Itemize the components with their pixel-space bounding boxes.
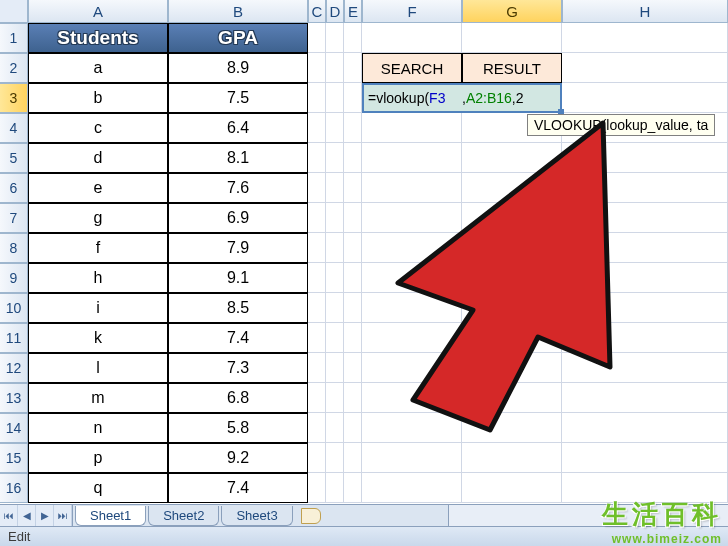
cell-E7[interactable]: [344, 203, 362, 233]
cell-A8[interactable]: f: [28, 233, 168, 263]
cell-D8[interactable]: [326, 233, 344, 263]
row-header-7[interactable]: 7: [0, 203, 28, 233]
horizontal-scrollbar[interactable]: [448, 504, 728, 526]
sheet-tab-3[interactable]: Sheet3: [221, 506, 292, 526]
column-header-G[interactable]: G: [462, 0, 562, 23]
sheet-tab-1[interactable]: Sheet1: [75, 506, 146, 526]
cell-E4[interactable]: [344, 113, 362, 143]
sheet-nav-prev[interactable]: ◀: [18, 505, 36, 526]
cell-B8[interactable]: 7.9: [168, 233, 308, 263]
cell-A12[interactable]: l: [28, 353, 168, 383]
cell-E3[interactable]: [344, 83, 362, 113]
cell-A10[interactable]: i: [28, 293, 168, 323]
cell-H15[interactable]: [562, 443, 728, 473]
cell-D11[interactable]: [326, 323, 344, 353]
row-header-12[interactable]: 12: [0, 353, 28, 383]
cell-B14[interactable]: 5.8: [168, 413, 308, 443]
row-header-13[interactable]: 13: [0, 383, 28, 413]
cell-F2[interactable]: SEARCH: [362, 53, 462, 83]
cell-D1[interactable]: [326, 23, 344, 53]
row-header-8[interactable]: 8: [0, 233, 28, 263]
cell-A4[interactable]: c: [28, 113, 168, 143]
cell-B7[interactable]: 6.9: [168, 203, 308, 233]
cell-C2[interactable]: [308, 53, 326, 83]
cell-B10[interactable]: 8.5: [168, 293, 308, 323]
cell-C12[interactable]: [308, 353, 326, 383]
sheet-nav-last[interactable]: ⏭: [54, 505, 72, 526]
column-header-H[interactable]: H: [562, 0, 728, 23]
cell-B16[interactable]: 7.4: [168, 473, 308, 503]
row-header-6[interactable]: 6: [0, 173, 28, 203]
cell-H3[interactable]: [562, 83, 728, 113]
row-header-3[interactable]: 3: [0, 83, 28, 113]
cell-C15[interactable]: [308, 443, 326, 473]
cell-F16[interactable]: [362, 473, 462, 503]
cell-B5[interactable]: 8.1: [168, 143, 308, 173]
cell-A7[interactable]: g: [28, 203, 168, 233]
cell-F3[interactable]: =vlookup(F3: [362, 83, 462, 113]
sheet-nav-next[interactable]: ▶: [36, 505, 54, 526]
cell-A14[interactable]: n: [28, 413, 168, 443]
row-header-10[interactable]: 10: [0, 293, 28, 323]
cell-A5[interactable]: d: [28, 143, 168, 173]
cell-B4[interactable]: 6.4: [168, 113, 308, 143]
cell-D12[interactable]: [326, 353, 344, 383]
cell-C5[interactable]: [308, 143, 326, 173]
cell-B9[interactable]: 9.1: [168, 263, 308, 293]
cell-E6[interactable]: [344, 173, 362, 203]
cell-C16[interactable]: [308, 473, 326, 503]
cell-B1[interactable]: GPA: [168, 23, 308, 53]
cell-C4[interactable]: [308, 113, 326, 143]
row-header-1[interactable]: 1: [0, 23, 28, 53]
cell-G1[interactable]: [462, 23, 562, 53]
cell-E15[interactable]: [344, 443, 362, 473]
cell-E1[interactable]: [344, 23, 362, 53]
cell-D3[interactable]: [326, 83, 344, 113]
sheet-tab-2[interactable]: Sheet2: [148, 506, 219, 526]
cell-C8[interactable]: [308, 233, 326, 263]
row-header-11[interactable]: 11: [0, 323, 28, 353]
cell-B11[interactable]: 7.4: [168, 323, 308, 353]
row-header-4[interactable]: 4: [0, 113, 28, 143]
sheet-nav-first[interactable]: ⏮: [0, 505, 18, 526]
row-header-15[interactable]: 15: [0, 443, 28, 473]
cell-H1[interactable]: [562, 23, 728, 53]
cell-C11[interactable]: [308, 323, 326, 353]
cell-D13[interactable]: [326, 383, 344, 413]
cell-A3[interactable]: b: [28, 83, 168, 113]
cell-D10[interactable]: [326, 293, 344, 323]
row-header-16[interactable]: 16: [0, 473, 28, 503]
cell-H16[interactable]: [562, 473, 728, 503]
column-header-F[interactable]: F: [362, 0, 462, 23]
cell-E2[interactable]: [344, 53, 362, 83]
cell-E5[interactable]: [344, 143, 362, 173]
cell-A15[interactable]: p: [28, 443, 168, 473]
cell-E8[interactable]: [344, 233, 362, 263]
row-header-5[interactable]: 5: [0, 143, 28, 173]
cell-G2[interactable]: RESULT: [462, 53, 562, 83]
cell-B15[interactable]: 9.2: [168, 443, 308, 473]
cell-E12[interactable]: [344, 353, 362, 383]
cell-D6[interactable]: [326, 173, 344, 203]
select-all-corner[interactable]: [0, 0, 28, 23]
column-header-E[interactable]: E: [344, 0, 362, 23]
cell-D4[interactable]: [326, 113, 344, 143]
column-header-B[interactable]: B: [168, 0, 308, 23]
cell-B2[interactable]: 8.9: [168, 53, 308, 83]
column-header-C[interactable]: C: [308, 0, 326, 23]
cell-H2[interactable]: [562, 53, 728, 83]
cell-B3[interactable]: 7.5: [168, 83, 308, 113]
cell-A11[interactable]: k: [28, 323, 168, 353]
cell-C10[interactable]: [308, 293, 326, 323]
cell-D16[interactable]: [326, 473, 344, 503]
cell-E10[interactable]: [344, 293, 362, 323]
cell-C6[interactable]: [308, 173, 326, 203]
cell-E16[interactable]: [344, 473, 362, 503]
cell-B12[interactable]: 7.3: [168, 353, 308, 383]
cell-A1[interactable]: Students: [28, 23, 168, 53]
cell-E14[interactable]: [344, 413, 362, 443]
cell-A9[interactable]: h: [28, 263, 168, 293]
cell-A16[interactable]: q: [28, 473, 168, 503]
cell-A6[interactable]: e: [28, 173, 168, 203]
cell-D15[interactable]: [326, 443, 344, 473]
